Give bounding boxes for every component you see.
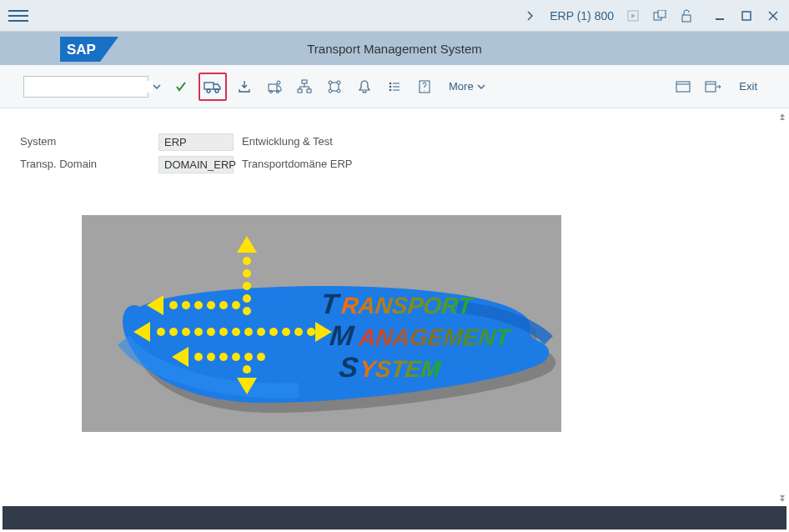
svg-point-23 bbox=[337, 89, 340, 93]
organize-icon[interactable] bbox=[322, 74, 347, 99]
chevron-down-icon[interactable] bbox=[153, 83, 161, 90]
transport-tool-icon[interactable] bbox=[262, 74, 287, 99]
help-icon[interactable] bbox=[412, 74, 437, 99]
svg-text:S: S bbox=[338, 351, 360, 383]
domain-value: DOMAIN_ERP bbox=[158, 156, 234, 173]
svg-rect-3 bbox=[682, 15, 691, 22]
svg-point-15 bbox=[277, 90, 279, 93]
svg-rect-31 bbox=[676, 82, 690, 92]
svg-point-44 bbox=[194, 301, 203, 309]
new-window-icon[interactable] bbox=[671, 74, 696, 99]
command-input[interactable] bbox=[28, 81, 153, 93]
svg-point-49 bbox=[157, 328, 165, 336]
svg-point-14 bbox=[270, 90, 273, 93]
system-desc: Entwicklung & Test bbox=[234, 133, 772, 151]
domain-label: Transp. Domain bbox=[17, 156, 158, 173]
svg-text:ANAGEMENT: ANAGEMENT bbox=[357, 324, 513, 350]
svg-text:M: M bbox=[329, 319, 356, 351]
svg-rect-18 bbox=[298, 89, 302, 93]
svg-point-47 bbox=[232, 301, 240, 309]
page-title: Transport Management System bbox=[60, 42, 789, 56]
bell-icon[interactable] bbox=[352, 74, 377, 99]
exit-window-icon[interactable] bbox=[701, 74, 726, 99]
play-icon[interactable] bbox=[626, 8, 641, 23]
scroll-down-icon[interactable] bbox=[778, 494, 786, 504]
svg-point-12 bbox=[215, 89, 219, 93]
svg-point-38 bbox=[243, 282, 251, 290]
svg-point-54 bbox=[219, 328, 228, 336]
list-icon[interactable] bbox=[382, 74, 407, 99]
scrollbar[interactable] bbox=[778, 108, 786, 507]
content-area: System ERP Entwicklung & Test Transp. Do… bbox=[0, 108, 789, 507]
session-label: ERP (1) 800 bbox=[550, 9, 614, 23]
svg-point-26 bbox=[389, 85, 392, 88]
menu-icon[interactable] bbox=[8, 6, 28, 26]
domain-desc: Transportdomäne ERP bbox=[234, 156, 772, 173]
svg-rect-17 bbox=[302, 80, 307, 83]
command-field[interactable] bbox=[23, 76, 148, 98]
svg-point-42 bbox=[169, 301, 178, 309]
svg-point-59 bbox=[282, 328, 290, 336]
svg-point-65 bbox=[207, 353, 215, 361]
exit-button[interactable]: Exit bbox=[731, 80, 766, 93]
hierarchy-icon[interactable] bbox=[292, 74, 317, 99]
svg-point-45 bbox=[207, 301, 215, 309]
chevron-right-icon[interactable] bbox=[523, 8, 538, 23]
window-bar: ERP (1) 800 bbox=[0, 0, 789, 32]
unlock-icon[interactable] bbox=[679, 8, 694, 23]
truck-icon[interactable] bbox=[199, 73, 227, 101]
svg-point-11 bbox=[207, 89, 210, 93]
svg-point-50 bbox=[169, 328, 178, 336]
svg-point-61 bbox=[307, 328, 315, 336]
svg-point-37 bbox=[243, 269, 251, 278]
svg-point-22 bbox=[329, 89, 332, 93]
svg-rect-33 bbox=[706, 82, 716, 92]
chevron-down-icon bbox=[477, 83, 485, 90]
svg-point-51 bbox=[182, 328, 190, 336]
svg-point-58 bbox=[269, 328, 278, 336]
close-icon[interactable] bbox=[766, 8, 781, 23]
save-icon[interactable] bbox=[168, 74, 193, 99]
svg-point-60 bbox=[294, 328, 303, 336]
new-session-icon[interactable] bbox=[652, 8, 667, 23]
svg-point-66 bbox=[219, 353, 228, 361]
svg-point-24 bbox=[389, 82, 392, 84]
scroll-up-icon[interactable] bbox=[778, 112, 786, 122]
svg-point-56 bbox=[244, 328, 253, 336]
more-label: More bbox=[449, 80, 474, 93]
svg-point-39 bbox=[243, 294, 251, 303]
svg-rect-10 bbox=[204, 83, 214, 89]
svg-point-70 bbox=[243, 365, 251, 374]
sap-logo: SAP bbox=[60, 37, 118, 62]
title-bar: SAP Transport Management System bbox=[0, 32, 789, 65]
svg-marker-35 bbox=[237, 236, 257, 253]
svg-point-16 bbox=[277, 81, 280, 84]
svg-rect-19 bbox=[307, 89, 311, 93]
svg-rect-2 bbox=[658, 10, 666, 18]
svg-point-52 bbox=[194, 328, 203, 336]
system-value: ERP bbox=[158, 133, 234, 151]
import-icon[interactable] bbox=[232, 74, 257, 99]
svg-point-67 bbox=[232, 353, 240, 361]
svg-rect-5 bbox=[742, 12, 751, 20]
toolbar: More Exit bbox=[0, 65, 789, 108]
maximize-icon[interactable] bbox=[739, 8, 754, 23]
svg-point-21 bbox=[337, 81, 340, 84]
svg-point-55 bbox=[232, 328, 240, 336]
info-table: System ERP Entwicklung & Test Transp. Do… bbox=[17, 133, 772, 173]
svg-point-69 bbox=[257, 353, 265, 361]
svg-point-57 bbox=[257, 328, 265, 336]
svg-point-68 bbox=[244, 353, 253, 361]
svg-point-40 bbox=[243, 307, 251, 315]
svg-point-64 bbox=[194, 353, 203, 361]
more-button[interactable]: More bbox=[442, 80, 492, 93]
minimize-icon[interactable] bbox=[712, 8, 727, 23]
svg-text:RANSPORT: RANSPORT bbox=[340, 293, 476, 319]
svg-text:YSTEM: YSTEM bbox=[359, 356, 442, 382]
tms-graphic: T RANSPORT M ANAGEMENT S YSTEM bbox=[82, 215, 561, 432]
svg-point-43 bbox=[182, 301, 190, 309]
svg-point-36 bbox=[243, 257, 251, 265]
svg-point-20 bbox=[329, 81, 332, 84]
svg-point-53 bbox=[207, 328, 215, 336]
svg-text:SAP: SAP bbox=[67, 42, 96, 58]
